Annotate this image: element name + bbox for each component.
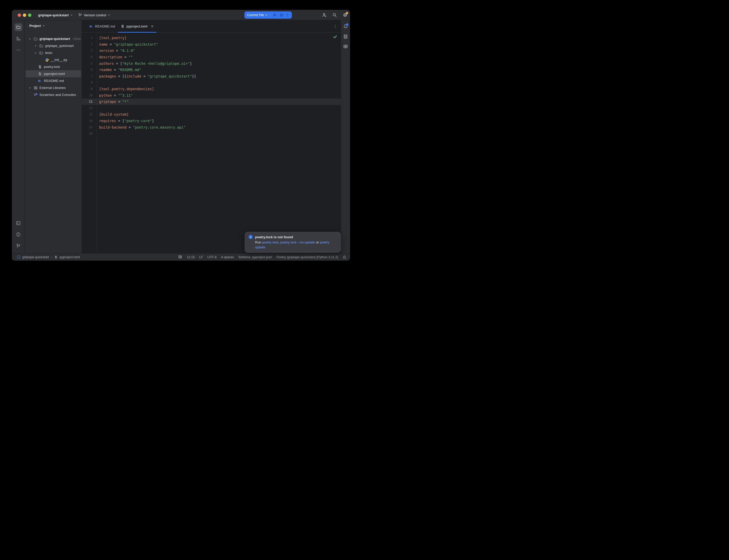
settings-icon[interactable] [343, 13, 347, 17]
line-number[interactable]: 2 [82, 43, 97, 46]
chevron-down-icon[interactable] [28, 38, 33, 40]
code-editor[interactable]: 1[tool.poetry]2name = "griptape-quicksta… [82, 33, 341, 253]
chevron-right-icon[interactable] [28, 87, 33, 89]
code-text: griptape = "*" [97, 100, 129, 104]
line-number[interactable]: 5 [82, 62, 97, 65]
line-number[interactable]: 9 [82, 87, 97, 91]
tree-item-readme-md[interactable]: M↓README.md [26, 77, 81, 84]
code-line-11[interactable]: 11griptape = "*" [82, 99, 341, 105]
notification-link[interactable]: poetry lock [262, 240, 278, 244]
window-controls [18, 13, 31, 17]
minimize-window-button[interactable] [23, 13, 26, 17]
search-icon[interactable] [332, 13, 337, 17]
debug-icon[interactable] [279, 13, 283, 17]
line-number[interactable]: 8 [82, 81, 97, 84]
code-line-5[interactable]: 5authors = ["Kyle Roche <hello@griptape.… [82, 60, 341, 67]
toml-icon: [T] [38, 65, 42, 69]
code-line-2[interactable]: 2name = "griptape-quickstart" [82, 41, 341, 48]
status-item[interactable]: 4 spaces [221, 255, 234, 259]
line-number[interactable]: 12 [82, 106, 97, 110]
tab-options-icon[interactable]: ⋮ [333, 20, 337, 32]
code-line-7[interactable]: 7packages = [{include = "griptape_quicks… [82, 73, 341, 80]
terminal-toolwindow-button[interactable] [15, 219, 22, 227]
unlock-icon[interactable] [342, 255, 346, 259]
tab-readme[interactable]: M↓ README.md [87, 20, 118, 32]
tree-item-scratches-and-consoles[interactable]: Scratches and Consoles [26, 91, 81, 98]
more-actions-icon[interactable] [286, 13, 289, 17]
tree-item-tests[interactable]: tests [26, 49, 81, 56]
notification-popup[interactable]: i poetry.lock is not found Run poetry lo… [245, 232, 341, 253]
code-line-8[interactable]: 8 [82, 79, 341, 86]
code-line-16[interactable]: 16 [82, 130, 341, 137]
problems-toolwindow-button[interactable] [15, 230, 22, 238]
code-line-12[interactable]: 12 [82, 105, 341, 111]
line-number[interactable]: 14 [82, 119, 97, 123]
chevron-right-icon[interactable] [33, 45, 39, 47]
status-item[interactable]: Schema: pyproject.json [238, 255, 272, 259]
code-text: python = "^3.11" [97, 93, 133, 97]
tab-pyproject[interactable]: [T] pyproject.toml ✕ [118, 20, 156, 32]
line-number[interactable]: 1 [82, 36, 97, 40]
code-line-13[interactable]: 13[build-system] [82, 111, 341, 118]
code-line-9[interactable]: 9[tool.poetry.dependencies] [82, 86, 341, 92]
line-number[interactable]: 4 [82, 55, 97, 59]
status-item[interactable]: UTF-8 [207, 255, 216, 259]
project-toolwindow-button[interactable] [15, 23, 22, 31]
ai-assistant-status-icon[interactable] [178, 255, 182, 259]
code-line-4[interactable]: 4description = "" [82, 54, 341, 60]
toolwindow-stripe-right [341, 20, 350, 253]
chevron-down-icon[interactable] [33, 52, 39, 54]
line-number[interactable]: 13 [82, 113, 97, 116]
info-icon: i [248, 235, 253, 239]
tree-item-external-libraries[interactable]: External Libraries [26, 84, 81, 91]
status-item[interactable]: 11:15 [187, 255, 194, 259]
structure-toolwindow-button[interactable] [15, 35, 22, 43]
toml-file-icon: [T] [121, 24, 124, 28]
project-panel-title: Project [29, 24, 41, 28]
add-user-icon[interactable] [322, 13, 326, 17]
vcs-widget[interactable]: Version control [78, 10, 110, 20]
line-number[interactable]: 7 [82, 74, 97, 78]
code-line-14[interactable]: 14requires = ["poetry-core"] [82, 118, 341, 124]
more-toolwindows-button[interactable] [15, 46, 22, 54]
tree-item-griptape-quickstart[interactable]: griptape_quickstart [26, 42, 81, 49]
module-icon [17, 256, 20, 258]
notifications-button[interactable] [343, 24, 348, 29]
notification-link[interactable]: poetry lock --no-update [280, 240, 315, 244]
status-item[interactable]: LF [199, 255, 203, 259]
line-number[interactable]: 11 [82, 100, 97, 103]
database-icon[interactable] [343, 34, 348, 39]
code-text: requires = ["poetry-core"] [97, 119, 154, 123]
tree-item-label: tests [45, 51, 52, 55]
tree-item-label: External Libraries [39, 86, 66, 90]
code-line-1[interactable]: 1[tool.poetry] [82, 35, 341, 41]
line-number[interactable]: 3 [82, 49, 97, 52]
status-item[interactable]: Poetry (griptape-quickstart) [Python 3.1… [276, 255, 338, 259]
code-line-15[interactable]: 15build-backend = "poetry.core.masonry.a… [82, 124, 341, 130]
tab-label: pyproject.toml [126, 24, 147, 28]
ai-assistant-icon[interactable] [343, 44, 348, 49]
code-line-6[interactable]: 6readme = "README.md" [82, 67, 341, 73]
zoom-window-button[interactable] [28, 13, 31, 17]
tree-item-pyproject-toml[interactable]: [T]pyproject.toml [26, 70, 81, 77]
tree-item--init-py[interactable]: __init__.py [26, 56, 81, 63]
tree-item-poetry-lock[interactable]: [T]poetry.lock [26, 63, 81, 70]
line-number[interactable]: 6 [82, 68, 97, 72]
project-panel-header[interactable]: Project [25, 20, 82, 29]
chevron-down-icon[interactable] [265, 14, 268, 16]
code-line-3[interactable]: 3version = "0.1.0" [82, 47, 341, 54]
vcs-toolwindow-button[interactable] [15, 242, 22, 250]
breadcrumb-file[interactable]: pyproject.toml [60, 255, 80, 259]
line-number[interactable]: 16 [82, 132, 97, 135]
project-selector[interactable]: griptape-quickstart [38, 10, 73, 20]
line-number[interactable]: 10 [82, 94, 97, 97]
run-icon[interactable] [273, 13, 277, 17]
close-tab-icon[interactable]: ✕ [151, 25, 154, 28]
line-number[interactable]: 15 [82, 125, 97, 129]
tree-item-label: griptape_quickstart [45, 44, 74, 48]
close-window-button[interactable] [18, 13, 21, 17]
run-config-selector[interactable]: Current File [247, 13, 264, 17]
code-line-10[interactable]: 10python = "^3.11" [82, 92, 341, 99]
breadcrumb-project[interactable]: griptape-quickstart [22, 255, 49, 259]
tree-item-griptape-quickstart[interactable]: griptape-quickstart~/Docume [26, 35, 81, 42]
